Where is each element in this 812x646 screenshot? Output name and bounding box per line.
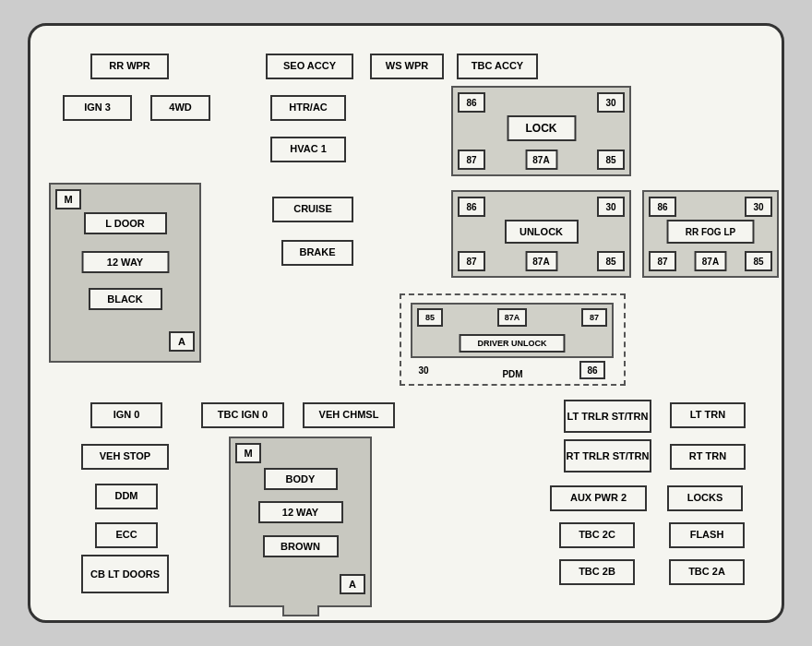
tbc-ign0-box: TBC IGN 0 — [201, 402, 284, 428]
rr-fog-label: RR FOG LP — [667, 220, 755, 244]
rr-fog-pin-85: 85 — [745, 251, 772, 271]
right-12way-label: 12 WAY — [258, 501, 343, 523]
lock-pin-86: 86 — [458, 92, 485, 113]
pdm-pin-30: 30 — [411, 361, 436, 379]
seo-accy-box: SEO ACCY — [266, 54, 353, 79]
unlock-pin-85: 85 — [597, 251, 625, 271]
fwd-box: 4WD — [150, 95, 210, 121]
flash-box: FLASH — [669, 522, 745, 548]
lock-relay-group: 86 30 LOCK 87 87A 85 — [451, 86, 631, 176]
pdm-box: 85 87A 87 DRIVER UNLOCK 30 86 PDM — [400, 293, 626, 386]
rr-fog-relay-group: 86 30 RR FOG LP 87 87A 85 — [642, 190, 779, 278]
brake-box: BRAKE — [281, 240, 353, 266]
left-connector-block: M L DOOR 12 WAY BLACK A — [49, 183, 201, 363]
unlock-pin-86: 86 — [458, 197, 485, 217]
unlock-pin-87a: 87A — [525, 251, 557, 271]
unlock-label: UNLOCK — [505, 220, 579, 244]
left-black-label: BLACK — [89, 288, 162, 310]
lock-label: LOCK — [507, 115, 576, 141]
du-pin-87: 87 — [581, 308, 607, 327]
du-pin-87a: 87A — [497, 308, 527, 327]
unlock-pin-30: 30 — [597, 197, 625, 217]
rr-wpr-box: RR WPR — [90, 54, 169, 79]
lock-pin-87a: 87A — [525, 150, 557, 170]
cb-lt-doors-box: CB LT DOORS — [81, 555, 169, 593]
left-m-pin: M — [55, 189, 81, 209]
rr-fog-pin-87a: 87A — [695, 251, 727, 271]
du-pin-85: 85 — [417, 308, 443, 327]
driver-unlock-label: DRIVER UNLOCK — [460, 334, 566, 353]
rt-trn-box: RT TRN — [670, 444, 746, 470]
rt-trlr-box: RT TRLR ST/TRN — [564, 439, 651, 473]
veh-stop-box: VEH STOP — [81, 444, 169, 470]
ddm-box: DDM — [95, 484, 158, 509]
rr-fog-pin-30: 30 — [745, 197, 772, 217]
tbc-2c-box: TBC 2C — [559, 522, 635, 548]
right-connector-block: M BODY 12 WAY BROWN A — [229, 437, 372, 607]
right-body-label: BODY — [264, 468, 338, 490]
lt-trlr-box: LT TRLR ST/TRN — [564, 400, 651, 433]
left-a-pin: A — [169, 331, 195, 352]
locks-box: LOCKS — [667, 485, 743, 511]
lock-pin-85: 85 — [597, 150, 625, 170]
rr-fog-pin-86: 86 — [649, 197, 676, 217]
ecc-box: ECC — [95, 522, 158, 548]
ign3-box: IGN 3 — [63, 95, 132, 121]
right-a-pin: A — [340, 574, 365, 594]
right-brown-label: BROWN — [263, 535, 339, 557]
cruise-box: CRUISE — [272, 197, 353, 222]
right-connector-tab — [282, 605, 319, 616]
veh-chmsl-box: VEH CHMSL — [303, 402, 395, 428]
lock-pin-87: 87 — [458, 150, 485, 170]
driver-unlock-group: 85 87A 87 DRIVER UNLOCK — [411, 303, 614, 358]
unlock-pin-87: 87 — [458, 251, 485, 271]
right-m-pin: M — [235, 443, 261, 463]
unlock-relay-group: 86 30 UNLOCK 87 87A 85 — [451, 190, 631, 278]
ws-wpr-box: WS WPR — [370, 54, 444, 79]
left-12way-label: 12 WAY — [81, 251, 169, 273]
rr-fog-pin-87: 87 — [649, 251, 676, 271]
aux-pwr2-box: AUX PWR 2 — [550, 485, 647, 511]
left-ldoor-label: L DOOR — [84, 212, 167, 234]
tbc-accy-box: TBC ACCY — [457, 54, 538, 79]
pdm-pin-86: 86 — [579, 361, 605, 379]
tbc-2a-box: TBC 2A — [669, 559, 745, 585]
pdm-label: PDM — [502, 369, 522, 379]
hvac1-box: HVAC 1 — [270, 137, 346, 162]
lock-pin-30: 30 — [597, 92, 625, 113]
htr-ac-box: HTR/AC — [270, 95, 346, 121]
tbc-2b-box: TBC 2B — [559, 559, 635, 585]
ign0-box: IGN 0 — [90, 402, 162, 428]
diagram-container: RR WPR SEO ACCY WS WPR TBC ACCY IGN 3 4W… — [28, 23, 784, 623]
lt-trn-box: LT TRN — [670, 402, 746, 428]
